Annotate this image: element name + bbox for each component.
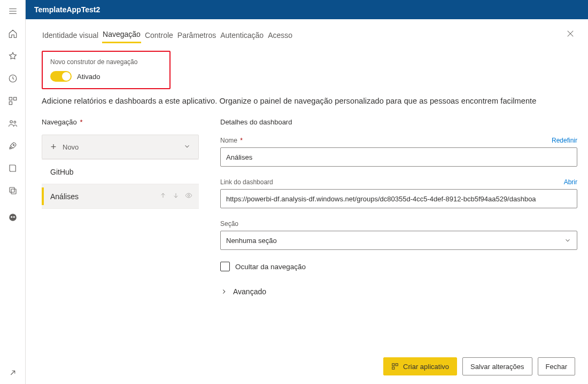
svg-rect-8: [10, 187, 14, 192]
svg-point-12: [188, 194, 190, 197]
section-label: Seção: [220, 220, 238, 228]
svg-point-11: [13, 216, 14, 218]
close-icon[interactable]: [566, 29, 575, 40]
link-label: Link do dashboard: [220, 178, 273, 186]
hide-checkbox[interactable]: [220, 262, 230, 271]
section-select[interactable]: Nenhuma seção: [220, 231, 577, 250]
nav-item[interactable]: GitHub: [42, 160, 199, 184]
builder-label: Novo construtor de navegação: [50, 58, 137, 66]
star-icon[interactable]: [0, 45, 26, 67]
tab-navega-o[interactable]: Navegação: [102, 29, 141, 43]
svg-rect-7: [11, 189, 16, 194]
rocket-icon[interactable]: [0, 135, 26, 157]
app-title-bar: TemplateAppTest2: [26, 0, 588, 19]
svg-point-4: [10, 121, 12, 123]
nav-item-label: GitHub: [50, 168, 74, 176]
advanced-label: Avançado: [233, 287, 266, 296]
name-input[interactable]: [220, 147, 577, 167]
svg-rect-14: [396, 364, 398, 366]
move-up-icon[interactable]: [159, 192, 167, 201]
tab-par-metros[interactable]: Parâmetros: [177, 30, 216, 43]
page-description: Adicione relatórios e dashboards a este …: [42, 97, 577, 105]
owl-icon[interactable]: [0, 206, 26, 229]
recent-icon[interactable]: [0, 67, 26, 90]
expand-icon[interactable]: [0, 362, 26, 384]
svg-rect-13: [392, 364, 394, 366]
nav-item[interactable]: Análises: [42, 184, 199, 209]
save-button[interactable]: Salvar alterações: [462, 357, 532, 375]
chevron-right-icon: [220, 288, 228, 295]
tab-row: Identidade visualNavegaçãoControleParâme…: [42, 29, 577, 43]
dashboard-link-input[interactable]: [220, 189, 577, 208]
svg-rect-1: [9, 97, 12, 100]
builder-toggle[interactable]: [50, 71, 72, 82]
menu-icon[interactable]: [0, 0, 26, 22]
visibility-icon[interactable]: [185, 192, 192, 201]
footer-actions: Criar aplicativo Salvar alterações Fecha…: [383, 357, 575, 375]
chevron-down-icon: [183, 143, 191, 152]
plus-icon: +: [50, 143, 57, 151]
book-icon[interactable]: [0, 157, 26, 179]
copy-icon[interactable]: [0, 179, 26, 202]
svg-rect-2: [13, 97, 16, 100]
advanced-expander[interactable]: Avançado: [220, 287, 577, 296]
reset-link[interactable]: Redefinir: [552, 137, 577, 144]
builder-state: Ativado: [77, 73, 100, 81]
section-value: Nenhuma seção: [226, 237, 277, 245]
svg-rect-3: [9, 102, 12, 105]
svg-point-9: [9, 214, 17, 221]
tab-autentica-o[interactable]: Autenticação: [220, 30, 264, 43]
left-nav-rail: [0, 0, 26, 384]
hide-label: Ocultar da navegação: [235, 263, 306, 271]
create-app-button[interactable]: Criar aplicativo: [383, 357, 457, 375]
details-title: Detalhes do dashboard: [220, 118, 577, 126]
new-label: Novo: [63, 143, 79, 151]
open-link[interactable]: Abrir: [564, 178, 577, 186]
svg-point-5: [13, 121, 16, 123]
app-icon[interactable]: [0, 90, 26, 112]
nav-builder-callout: Novo construtor de navegação Ativado: [42, 51, 171, 89]
nav-section-title: Navegação *: [42, 118, 199, 126]
move-down-icon[interactable]: [172, 192, 180, 201]
tab-identidade-visual[interactable]: Identidade visual: [42, 30, 99, 43]
close-button[interactable]: Fechar: [538, 357, 575, 375]
name-label: Nome *: [220, 137, 243, 144]
nav-list: GitHubAnálises: [42, 159, 199, 209]
people-icon[interactable]: [0, 112, 26, 135]
tab-acesso[interactable]: Acesso: [267, 30, 293, 43]
home-icon[interactable]: [0, 22, 26, 45]
svg-point-6: [13, 144, 14, 145]
new-nav-item-button[interactable]: + Novo: [42, 135, 199, 159]
app-icon: [391, 363, 399, 370]
app-title: TemplateAppTest2: [34, 5, 100, 14]
tab-controle[interactable]: Controle: [144, 30, 174, 43]
svg-point-10: [11, 216, 12, 218]
nav-item-label: Análises: [50, 192, 79, 201]
chevron-down-icon: [564, 237, 571, 244]
svg-rect-15: [392, 367, 394, 369]
